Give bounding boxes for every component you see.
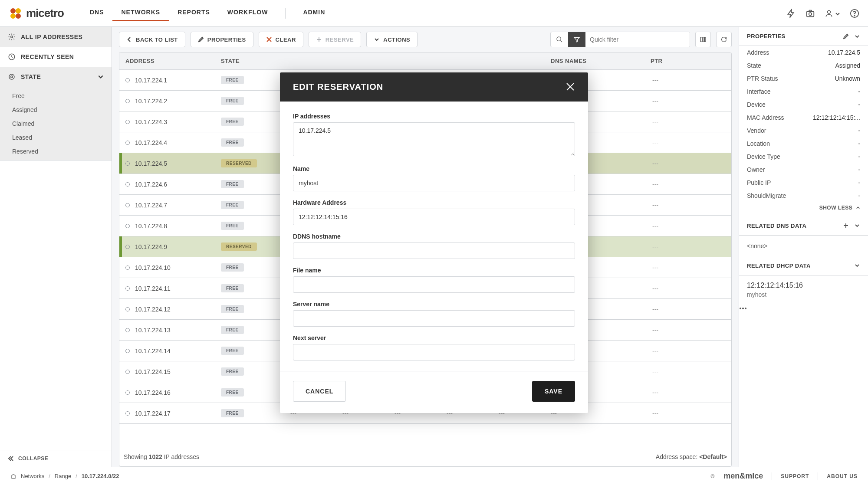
nav-dns[interactable]: DNS (81, 5, 113, 21)
button-label: RESERVE (326, 36, 354, 43)
sidebar-item-recently-seen[interactable]: RECENTLY SEEN (0, 47, 112, 67)
button-label: BACK TO LIST (136, 36, 178, 43)
support-link[interactable]: SUPPORT (781, 473, 809, 479)
collapse-sidebar-button[interactable]: COLLAPSE (0, 450, 112, 467)
nav-workflow[interactable]: WORKFLOW (219, 5, 277, 21)
filter-icon[interactable] (568, 32, 585, 47)
home-icon[interactable] (10, 473, 16, 479)
nav-reports[interactable]: REPORTS (169, 5, 219, 21)
chevron-down-icon[interactable] (854, 33, 860, 39)
col-header-ptr[interactable]: PTR (644, 52, 671, 69)
arrow-left-icon (126, 36, 132, 43)
state-filter-reserved[interactable]: Reserved (0, 144, 112, 158)
col-header-state[interactable]: STATE (215, 52, 284, 69)
logo-text: micetro (26, 7, 64, 20)
cell-state: FREE (215, 367, 284, 376)
cell-state: RESERVED (215, 242, 284, 251)
col-header-dns[interactable]: DNS NAMES (545, 52, 644, 69)
refresh-button[interactable] (716, 32, 732, 47)
crumb-range[interactable]: Range (55, 473, 71, 479)
state-pill: FREE (221, 201, 244, 209)
status-ring-icon (125, 78, 130, 82)
more-icon[interactable] (739, 304, 747, 311)
cell-address: 10.17.224.15 (119, 368, 215, 375)
status-ring-icon (125, 99, 130, 103)
field-ip-addresses: IP addresses (293, 113, 575, 157)
cell-address: 10.17.224.8 (119, 223, 215, 229)
svg-rect-16 (704, 37, 706, 42)
plus-icon (316, 36, 322, 43)
chevron-down-icon[interactable] (854, 262, 860, 269)
state-filter-free[interactable]: Free (0, 89, 112, 103)
button-label: PROPERTIES (207, 36, 246, 43)
field-ddns-hostname: DDNS hostname (293, 233, 575, 259)
field-next-server: Next server (293, 334, 575, 360)
section-title: PROPERTIES (747, 33, 786, 39)
nav-admin[interactable]: ADMIN (294, 5, 334, 21)
sidebar: ALL IP ADDRESSES RECENTLY SEEN STATE Fre… (0, 27, 112, 467)
next-server-input[interactable] (293, 344, 575, 360)
close-icon[interactable] (566, 82, 575, 92)
search-icon[interactable] (551, 32, 568, 47)
server-name-input[interactable] (293, 310, 575, 327)
name-input[interactable] (293, 175, 575, 191)
ddns-hostname-input[interactable] (293, 242, 575, 259)
ip-text: 10.17.224.7 (135, 202, 167, 209)
svg-point-3 (16, 13, 21, 19)
ip-text: 10.17.224.12 (135, 306, 171, 313)
user-menu[interactable] (825, 9, 840, 18)
status-ring-icon (125, 328, 130, 332)
state-filter-assigned[interactable]: Assigned (0, 103, 112, 117)
section-title: RELATED DNS DATA (747, 223, 806, 229)
chevron-down-icon (98, 74, 104, 80)
show-less-toggle[interactable]: SHOW LESS (739, 202, 868, 216)
field-label: File name (293, 267, 575, 274)
chevron-down-icon[interactable] (854, 223, 860, 229)
sidebar-item-all-ip[interactable]: ALL IP ADDRESSES (0, 27, 112, 47)
file-name-input[interactable] (293, 276, 575, 293)
cell-state: FREE (215, 201, 284, 209)
crumb-current[interactable]: 10.17.224.0/22 (82, 473, 119, 479)
state-pill: FREE (221, 388, 244, 397)
hardware-address-input[interactable] (293, 209, 575, 225)
row-state-marker (119, 70, 122, 90)
related-dns-header: RELATED DNS DATA (739, 216, 868, 236)
ip-text: 10.17.224.8 (135, 223, 167, 229)
crumb-networks[interactable]: Networks (21, 473, 44, 479)
cell-ptr: --- (644, 389, 671, 396)
property-value: - (858, 88, 860, 95)
svg-point-18 (742, 308, 744, 309)
state-filter-claimed[interactable]: Claimed (0, 117, 112, 131)
properties-button[interactable]: PROPERTIES (191, 32, 253, 47)
actions-menu-button[interactable]: ACTIONS (366, 32, 418, 47)
sidebar-item-state[interactable]: STATE (0, 67, 112, 87)
bolt-icon[interactable] (786, 9, 796, 18)
cell-address: 10.17.224.16 (119, 389, 215, 396)
cancel-button[interactable]: CANCEL (293, 381, 346, 402)
cell-address: 10.17.224.3 (119, 118, 215, 125)
back-to-list-button[interactable]: BACK TO LIST (119, 32, 185, 47)
status-ring-icon (125, 224, 130, 228)
plus-icon[interactable] (843, 223, 849, 229)
status-ring-icon (125, 120, 130, 124)
related-dhcp-header: RELATED DHCP DATA (739, 256, 868, 275)
property-row: StateAssigned (739, 59, 868, 72)
grid-header: ADDRESS STATE DNS NAMES PTR (119, 52, 731, 70)
save-button[interactable]: SAVE (532, 381, 575, 402)
help-icon[interactable] (850, 9, 859, 18)
pencil-icon[interactable] (843, 33, 849, 39)
dhcp-item[interactable]: 12:12:12:14:15:16 myhost (739, 275, 868, 311)
svg-point-5 (809, 13, 812, 15)
state-filter-leased[interactable]: Leased (0, 131, 112, 144)
col-header-address[interactable]: ADDRESS (119, 52, 215, 69)
app-logo[interactable]: micetro (9, 7, 64, 20)
ip-text: 10.17.224.2 (135, 98, 167, 105)
clear-button[interactable]: CLEAR (259, 32, 303, 47)
cell-address: 10.17.224.13 (119, 327, 215, 334)
about-link[interactable]: ABOUT US (827, 473, 858, 479)
quick-filter-input[interactable] (585, 32, 690, 47)
camera-icon[interactable] (806, 9, 815, 18)
ip-addresses-input[interactable] (293, 122, 575, 156)
nav-networks[interactable]: NETWORKS (112, 5, 169, 21)
columns-button[interactable] (695, 32, 711, 47)
